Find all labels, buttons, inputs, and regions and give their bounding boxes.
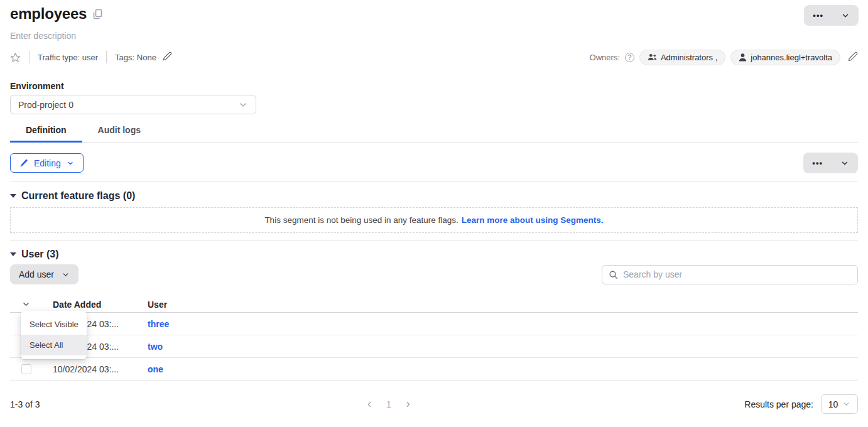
more-options-icon[interactable]: •••: [803, 153, 832, 173]
environment-label: Environment: [10, 81, 858, 91]
owners-row: Owners: ? Administrators , johannes.lieg…: [590, 50, 858, 65]
results-per-page-select[interactable]: 10: [821, 394, 858, 414]
row-date: 10/02/2024 03:...: [53, 364, 148, 374]
collapse-triangle-icon: [10, 252, 16, 256]
owners-label: Owners:: [590, 53, 620, 62]
user-link[interactable]: two: [148, 342, 163, 352]
description-placeholder[interactable]: Enter description: [10, 31, 858, 41]
column-header-date-added[interactable]: Date Added: [53, 300, 148, 310]
copy-icon[interactable]: [93, 9, 102, 19]
tab-bar: Definition Audit logs: [10, 125, 858, 143]
user-table: Date Added User 10/02/2024 03:... three …: [10, 296, 858, 381]
edit-tags-pencil-icon[interactable]: [163, 51, 172, 63]
owner-chip-label: johannes.liegl+travolta: [751, 53, 832, 62]
search-icon: [609, 270, 618, 279]
meta-left: Traffic type: user Tags: None: [10, 51, 172, 63]
pencil-icon: [19, 159, 28, 168]
owner-chip-label: Administrators ,: [661, 53, 717, 62]
add-user-label: Add user: [19, 269, 54, 279]
traffic-type-label: Traffic type: user: [38, 53, 98, 62]
segment-actions: •••: [804, 5, 859, 26]
user-link[interactable]: one: [148, 364, 163, 374]
chevron-down-icon: [62, 271, 70, 279]
menu-item-select-visible[interactable]: Select Visible: [21, 314, 87, 335]
tab-definition[interactable]: Definition: [10, 125, 82, 142]
favorite-star-icon[interactable]: [10, 52, 21, 63]
meta-row: Traffic type: user Tags: None Owners: ? …: [10, 50, 858, 65]
feature-flags-empty-state: This segment is not being used in any fe…: [10, 207, 858, 233]
owners-help-icon[interactable]: ?: [625, 53, 634, 62]
editing-label: Editing: [34, 158, 61, 168]
owner-chip-administrators[interactable]: Administrators ,: [639, 50, 725, 65]
user-link[interactable]: three: [148, 319, 169, 329]
table-header-row: Date Added User: [10, 296, 858, 313]
editing-mode-button[interactable]: Editing: [10, 153, 84, 173]
chevron-down-icon: [67, 159, 74, 167]
tags-label: Tags: None: [115, 53, 156, 62]
add-user-button[interactable]: Add user: [10, 264, 79, 284]
feature-flags-section-title: Current feature flags (0): [21, 190, 135, 202]
previous-page-icon[interactable]: [365, 400, 374, 409]
search-by-user-input[interactable]: [623, 269, 851, 279]
results-per-page: Results per page: 10: [744, 394, 858, 414]
user-section-title: User (3): [21, 249, 59, 260]
divider: [10, 181, 858, 181]
environment-selected-value: Prod-project 0: [18, 100, 73, 110]
segment-actions-button-group: •••: [804, 5, 859, 26]
results-per-page-label: Results per page:: [744, 399, 813, 409]
more-options-icon[interactable]: •••: [804, 5, 832, 26]
definition-actions-button-group: •••: [803, 153, 858, 173]
person-icon: [739, 53, 747, 62]
feature-flags-section-header[interactable]: Current feature flags (0): [10, 190, 858, 202]
divider: [106, 51, 107, 63]
results-per-page-value: 10: [828, 399, 838, 409]
tab-audit-logs[interactable]: Audit logs: [82, 125, 156, 142]
next-page-icon[interactable]: [404, 400, 413, 409]
group-icon: [648, 53, 657, 61]
edit-owners-pencil-icon[interactable]: [848, 51, 858, 63]
user-section-header[interactable]: User (3): [10, 249, 858, 260]
user-controls-row: Add user: [10, 264, 858, 284]
owner-chip-user[interactable]: johannes.liegl+travolta: [730, 50, 840, 65]
results-range-label: 1-3 of 3: [10, 399, 40, 409]
environment-select[interactable]: Prod-project 0: [10, 95, 256, 114]
segment-detail-page: employees ••• Enter description Traffic …: [0, 0, 868, 427]
pagination: 1: [365, 394, 413, 414]
title-row: employees: [10, 0, 858, 23]
table-row: 10/02/2024 03:... three: [10, 313, 858, 335]
select-menu-chevron-icon[interactable]: [21, 300, 31, 309]
table-footer: 1-3 of 3 1 Results per page: 10: [10, 394, 858, 414]
collapse-triangle-icon: [10, 194, 16, 198]
user-search-box: [602, 265, 858, 284]
chevron-down-icon: [842, 400, 850, 408]
select-dropdown-menu: Select Visible Select All: [21, 311, 87, 359]
divider: [10, 240, 858, 241]
column-header-user[interactable]: User: [148, 300, 858, 310]
learn-more-link[interactable]: Learn more about using Segments.: [462, 215, 604, 225]
page-title: employees: [10, 5, 87, 23]
menu-item-select-all[interactable]: Select All: [21, 335, 87, 355]
divider: [29, 51, 30, 63]
actions-chevron-down-icon[interactable]: [832, 153, 858, 173]
current-page-number[interactable]: 1: [386, 399, 391, 409]
row-checkbox[interactable]: [21, 364, 31, 374]
empty-state-message: This segment is not being used in any fe…: [264, 215, 458, 225]
table-row: 10/02/2024 03:... two: [10, 335, 858, 358]
table-row: 10/02/2024 03:... one: [10, 358, 858, 381]
chevron-down-icon: [238, 100, 248, 110]
definition-toolbar: Editing •••: [10, 153, 858, 173]
actions-chevron-down-icon[interactable]: [832, 5, 859, 26]
